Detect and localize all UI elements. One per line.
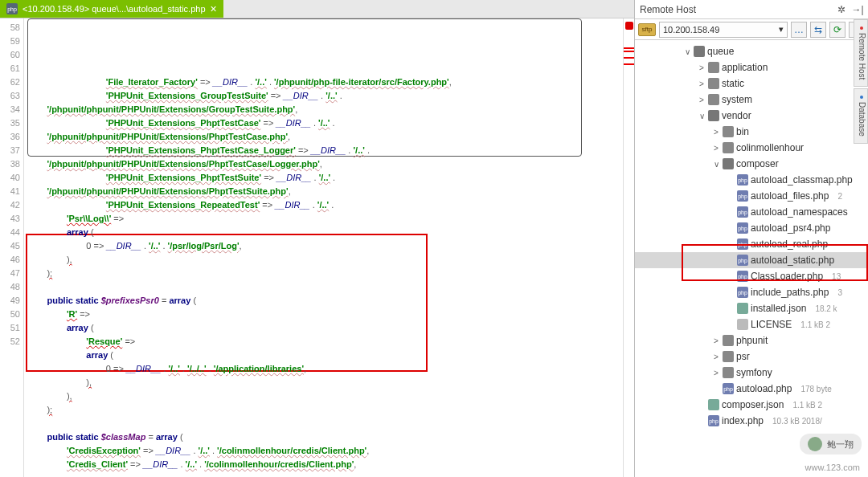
chevron-right-icon[interactable]: [712, 369, 720, 377]
code-line[interactable]: '/phpunit/phpunit/PHPUnit/Extensions/Php…: [27, 185, 620, 198]
tree-item[interactable]: phpunit: [635, 332, 868, 349]
code-line[interactable]: 'PHPUnit_Extensions_RepeatedTest' => __D…: [27, 198, 620, 212]
code-line[interactable]: ),: [27, 376, 620, 389]
tree-item[interactable]: colinmollenhour: [635, 140, 868, 156]
tree-item[interactable]: phpinclude_paths.php3: [635, 284, 868, 300]
code-line[interactable]: ),: [27, 389, 620, 403]
tree-item[interactable]: phpautoload_files.php2: [635, 188, 868, 204]
code-line[interactable]: 0 => __DIR__ . '/..' . '/../..' . '/appl…: [27, 362, 620, 376]
code-line[interactable]: ),: [27, 253, 620, 267]
hide-icon[interactable]: →|: [852, 4, 863, 15]
tree-item[interactable]: vendor: [635, 108, 868, 124]
code-line[interactable]: public static $classMap = array (: [27, 430, 620, 444]
tree-item[interactable]: queue: [635, 43, 868, 59]
code-line[interactable]: 'PHPUnit_Extensions_PhptTestSuite' => __…: [27, 171, 620, 185]
tab-remote-host[interactable]: Remote Host: [854, 19, 868, 87]
code-line[interactable]: 'R' =>: [27, 308, 620, 321]
folder-icon: [708, 62, 719, 73]
editor-tab-active[interactable]: php <10.200.158.49> queue\...\autoload_s…: [0, 0, 223, 18]
code-line[interactable]: 'PHPUnit_Extensions_GroupTestSuite' => _…: [27, 89, 620, 103]
chevron-right-icon[interactable]: [712, 144, 720, 153]
remote-file-tree[interactable]: queueapplicationstaticsystemvendorbincol…: [635, 40, 868, 477]
code-line[interactable]: '/phpunit/phpunit/PHPUnit/Extensions/Gro…: [27, 103, 620, 116]
refresh-button[interactable]: ⟳: [829, 22, 845, 38]
editor-tab-label: <10.200.158.49> queue\...\autoload_stati…: [23, 4, 206, 14]
tree-item[interactable]: LICENSE1.1 kB 2: [635, 316, 868, 332]
php-file-icon: php: [737, 190, 748, 202]
code-line[interactable]: public static $prefixesPsr0 = array (: [27, 294, 620, 308]
error-mark[interactable]: [624, 57, 634, 59]
code-line[interactable]: 0 => __DIR__ . '/..' . '/psr/log/Psr/Log…: [27, 239, 620, 253]
tool-window-tabs: Remote Host Database: [854, 19, 868, 144]
tree-item-meta: 3: [837, 288, 842, 297]
tree-item[interactable]: symfony: [635, 365, 868, 381]
code-line[interactable]: array (: [27, 349, 620, 362]
code-line[interactable]: 'PHPUnit_Extensions_PhptTestCase' => __D…: [27, 116, 620, 130]
code-line[interactable]: 'Resque' =>: [27, 335, 620, 349]
code-line[interactable]: 'Psr\\Log\\' =>: [27, 212, 620, 226]
tree-item[interactable]: bin: [635, 124, 868, 140]
chevron-down-icon[interactable]: [683, 47, 691, 56]
host-select[interactable]: 10.200.158.49 ▾: [659, 22, 788, 38]
tree-item[interactable]: phpautoload_classmap.php: [635, 172, 868, 188]
tree-item[interactable]: psr: [635, 349, 868, 365]
code-line[interactable]: [27, 417, 620, 430]
host-select-value: 10.200.158.49: [663, 25, 719, 35]
code-line[interactable]: 'CredisException' => __DIR__ . '/..' . '…: [27, 444, 620, 458]
tree-item-label: composer.json: [722, 399, 784, 410]
tree-item-label: application: [722, 62, 768, 73]
tab-database[interactable]: Database: [854, 88, 868, 144]
close-tab-icon[interactable]: ×: [211, 2, 217, 15]
tree-item[interactable]: composer: [635, 156, 868, 172]
chevron-right-icon[interactable]: [712, 336, 720, 345]
code-line[interactable]: array (: [27, 226, 620, 239]
error-stripe[interactable]: [623, 18, 634, 477]
tree-item-label: queue: [707, 46, 734, 57]
browse-button[interactable]: …: [791, 22, 807, 38]
chevron-right-icon[interactable]: [712, 128, 720, 137]
tree-item[interactable]: application: [635, 59, 868, 75]
tree-item-label: psr: [736, 351, 750, 362]
chevron-down-icon[interactable]: [712, 160, 720, 169]
tree-item[interactable]: composer.json1.1 kB 2: [635, 397, 868, 413]
chevron-right-icon[interactable]: [698, 63, 706, 72]
tree-item-label: vendor: [722, 110, 751, 121]
tree-item[interactable]: phpautoload_namespaces: [635, 204, 868, 220]
gear-icon[interactable]: ✲: [836, 4, 847, 15]
tree-item[interactable]: phpindex.php10.3 kB 2018/: [635, 413, 868, 429]
tree-item[interactable]: phpClassLoader.php13: [635, 268, 868, 284]
code-line[interactable]: [27, 280, 620, 294]
code-line[interactable]: );: [27, 267, 620, 280]
code-line[interactable]: array (: [27, 321, 620, 335]
error-mark[interactable]: [624, 63, 634, 65]
error-indicator-icon: [625, 22, 633, 30]
code-line[interactable]: );: [27, 403, 620, 417]
code-line[interactable]: 'File_Iterator_Factory' => __DIR__ . '/.…: [27, 75, 620, 89]
php-file-icon: php: [6, 3, 18, 14]
tree-item-meta: 2: [837, 192, 842, 201]
chevron-right-icon[interactable]: [698, 80, 706, 88]
code-line[interactable]: '/phpunit/phpunit/PHPUnit/Extensions/Php…: [27, 130, 620, 144]
error-mark[interactable]: [624, 47, 634, 49]
tree-item[interactable]: phpautoload_static.php: [635, 252, 868, 268]
code-line[interactable]: '/phpunit/phpunit/PHPUnit/Extensions/Php…: [27, 157, 620, 171]
diff-button[interactable]: ⇆: [810, 22, 826, 38]
tree-item[interactable]: phpautoload_real.php: [635, 236, 868, 252]
tree-item-label: ClassLoader.php: [751, 271, 823, 282]
tree-item[interactable]: system: [635, 92, 868, 108]
tree-item[interactable]: phpautoload_psr4.php: [635, 220, 868, 236]
chevron-down-icon[interactable]: [698, 112, 706, 120]
editor-panel: php <10.200.158.49> queue\...\autoload_s…: [0, 0, 635, 477]
php-file-icon: php: [737, 255, 748, 266]
tree-item[interactable]: phpautoload.php178 byte: [635, 381, 868, 397]
tree-item[interactable]: static: [635, 75, 868, 92]
code-line[interactable]: 'Credis_Client' => __DIR__ . '/..' . '/c…: [27, 458, 620, 471]
tree-item[interactable]: installed.json18.2 k: [635, 300, 868, 316]
remote-host-title: Remote Host: [640, 4, 696, 15]
error-mark[interactable]: [624, 51, 634, 52]
code-area[interactable]: 'File_Iterator_Factory' => __DIR__ . '/.…: [24, 18, 623, 477]
code-line[interactable]: 'PHPUnit_Extensions_PhptTestCase_Logger'…: [27, 144, 620, 157]
tree-item-meta: 18.2 k: [815, 304, 837, 313]
chevron-right-icon[interactable]: [712, 353, 720, 361]
chevron-right-icon[interactable]: [698, 96, 706, 104]
